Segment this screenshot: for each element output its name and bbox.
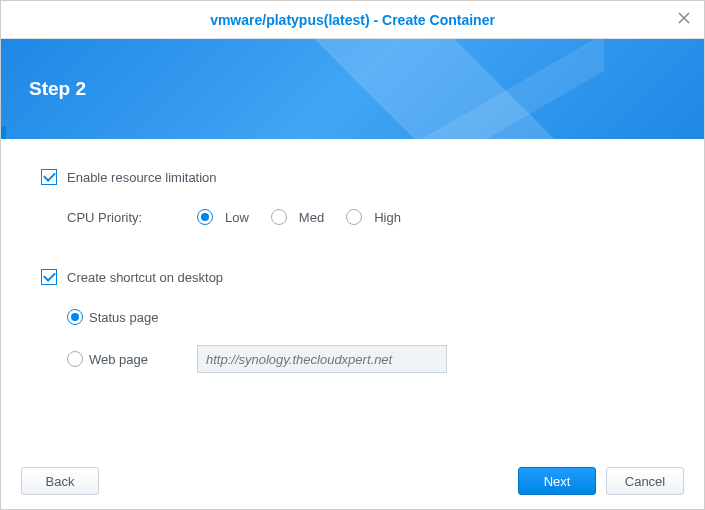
web-page-url-input[interactable] xyxy=(197,345,447,373)
shortcut-status-page-row: Status page xyxy=(67,303,664,331)
step-title: Step 2 xyxy=(29,78,86,100)
create-shortcut-row: Create shortcut on desktop xyxy=(41,269,664,285)
shortcut-status-page-label: Status page xyxy=(89,310,158,325)
shortcut-status-page-radio[interactable] xyxy=(67,309,83,325)
shortcut-web-page-label: Web page xyxy=(89,352,197,367)
cpu-priority-high-label: High xyxy=(374,210,401,225)
shortcut-web-page-radio[interactable] xyxy=(67,351,83,367)
enable-resource-limitation-row: Enable resource limitation xyxy=(41,169,664,185)
next-button[interactable]: Next xyxy=(518,467,596,495)
close-icon[interactable] xyxy=(676,11,692,27)
cancel-button[interactable]: Cancel xyxy=(606,467,684,495)
cpu-priority-low-label: Low xyxy=(225,210,249,225)
create-container-dialog: vmware/platypus(latest) - Create Contain… xyxy=(0,0,705,510)
cpu-priority-radio-group: Low Med High xyxy=(197,209,417,225)
cpu-priority-label: CPU Priority: xyxy=(67,210,197,225)
create-shortcut-label: Create shortcut on desktop xyxy=(67,270,223,285)
shortcut-subgroup: Status page Web page xyxy=(41,303,664,373)
step-banner: Step 2 xyxy=(1,39,704,139)
cpu-priority-low-radio[interactable] xyxy=(197,209,213,225)
cpu-priority-med-radio[interactable] xyxy=(271,209,287,225)
cpu-priority-high-radio[interactable] xyxy=(346,209,362,225)
cpu-priority-med-label: Med xyxy=(299,210,324,225)
enable-resource-limitation-checkbox[interactable] xyxy=(41,169,57,185)
window-title: vmware/platypus(latest) - Create Contain… xyxy=(210,12,495,28)
enable-resource-limitation-label: Enable resource limitation xyxy=(67,170,217,185)
form-content: Enable resource limitation CPU Priority:… xyxy=(1,139,704,453)
back-button[interactable]: Back xyxy=(21,467,99,495)
create-shortcut-checkbox[interactable] xyxy=(41,269,57,285)
accent-bar xyxy=(1,126,6,139)
cpu-priority-row: CPU Priority: Low Med High xyxy=(67,203,664,231)
shortcut-web-page-row: Web page xyxy=(67,345,664,373)
dialog-footer: Back Next Cancel xyxy=(1,453,704,509)
titlebar: vmware/platypus(latest) - Create Contain… xyxy=(1,1,704,39)
resource-limit-subgroup: CPU Priority: Low Med High xyxy=(41,203,664,231)
